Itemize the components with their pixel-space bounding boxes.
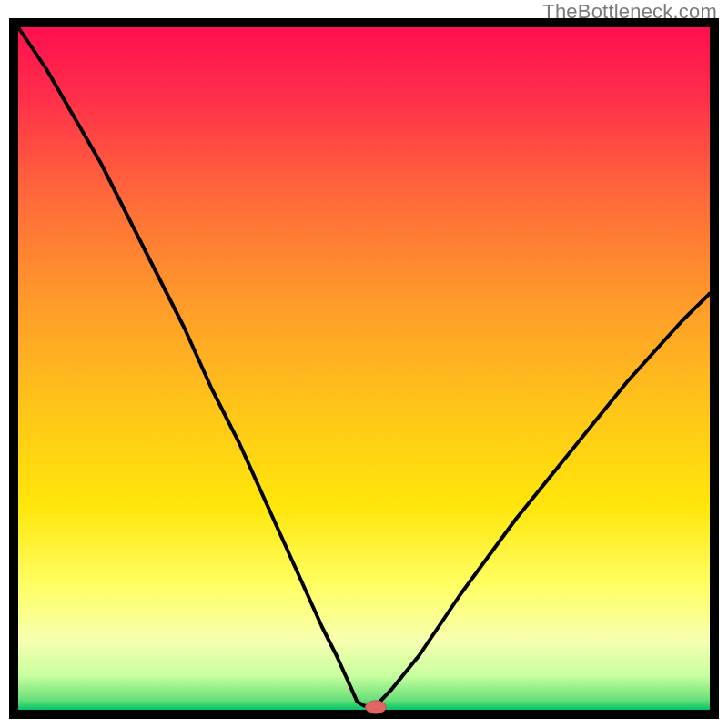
chart-container: TheBottleneck.com — [0, 0, 728, 728]
plot-area — [9, 18, 719, 719]
chart-background — [18, 27, 710, 710]
minimum-marker — [366, 701, 387, 713]
watermark-text: TheBottleneck.com — [542, 0, 717, 24]
chart-svg — [9, 18, 719, 719]
